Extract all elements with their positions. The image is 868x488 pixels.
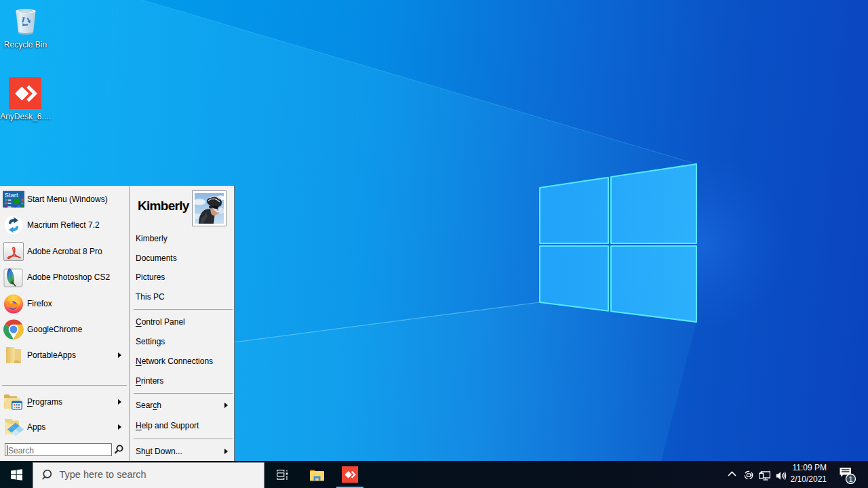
svg-text:Start: Start [5,191,18,199]
svg-text:1: 1 [848,475,852,483]
